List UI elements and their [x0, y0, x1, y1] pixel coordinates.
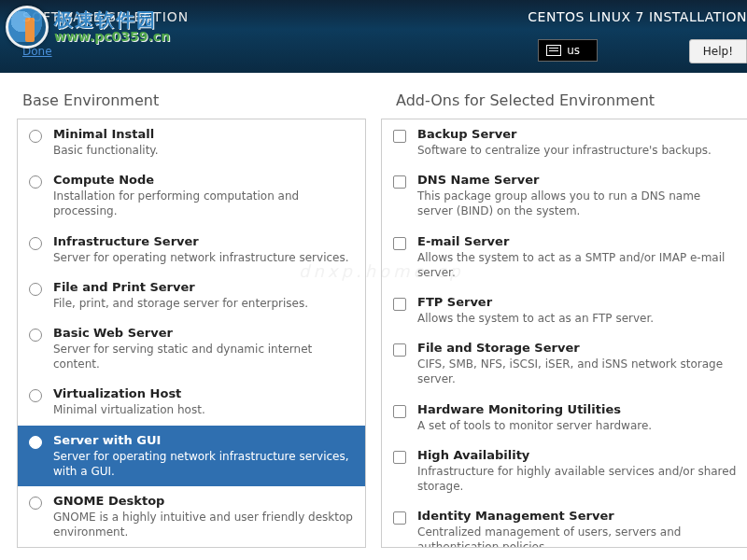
radio-icon [29, 329, 42, 342]
option-desc: Server for operating network infrastruct… [53, 250, 356, 265]
addons-heading: Add-Ons for Selected Environment [374, 91, 747, 119]
addon-option[interactable]: FTP ServerAllows the system to act as an… [382, 287, 747, 333]
option-desc: Installation for performing computation … [53, 189, 356, 218]
option-desc: GNOME is a highly intuitive and user fri… [53, 510, 356, 539]
keyboard-layout-label: us [567, 44, 580, 57]
base-env-heading: Base Environment [0, 91, 374, 119]
checkbox-icon [393, 237, 406, 250]
option-name: FTP Server [417, 295, 738, 309]
option-name: Infrastructure Server [53, 234, 356, 248]
option-desc: Server for operating network infrastruct… [53, 449, 356, 479]
base-env-option[interactable]: Server with GUIServer for operating netw… [18, 426, 365, 486]
option-desc: Software to centralize your infrastructu… [417, 143, 738, 158]
done-button[interactable]: Done [22, 45, 52, 58]
option-desc: Infrastructure for highly available serv… [417, 464, 738, 494]
option-desc: This package group allows you to run a D… [417, 189, 738, 218]
checkbox-icon [393, 298, 406, 311]
base-env-option[interactable]: Infrastructure ServerServer for operatin… [18, 227, 365, 273]
addon-option[interactable]: E-mail ServerAllows the system to act as… [382, 227, 747, 287]
checkbox-icon [393, 130, 406, 143]
option-desc: Centralized management of users, servers… [417, 525, 738, 548]
help-button[interactable]: Help! [689, 39, 747, 63]
option-name: Server with GUI [53, 433, 356, 447]
option-name: E-mail Server [417, 234, 738, 248]
keyboard-icon [546, 45, 561, 56]
option-name: Virtualization Host [53, 386, 356, 400]
base-env-option[interactable]: Compute NodeInstallation for performing … [18, 165, 365, 226]
addon-option[interactable]: High AvailabilityInfrastructure for high… [382, 441, 747, 501]
option-name: Identity Management Server [417, 509, 738, 523]
option-name: GNOME Desktop [53, 494, 356, 508]
checkbox-icon [393, 343, 406, 357]
radio-icon [29, 175, 42, 189]
checkbox-icon [393, 175, 406, 189]
option-name: Backup Server [417, 127, 738, 141]
header-bar: SOFTWARE SELECTION Done CENTOS LINUX 7 I… [0, 0, 747, 73]
radio-icon [29, 130, 42, 143]
option-name: Minimal Install [53, 127, 356, 141]
addon-option[interactable]: Hardware Monitoring UtilitiesA set of to… [382, 395, 747, 441]
option-name: Compute Node [53, 173, 356, 187]
base-env-option[interactable]: GNOME DesktopGNOME is a highly intuitive… [18, 486, 365, 547]
base-env-option[interactable]: Virtualization HostMinimal virtualizatio… [18, 379, 365, 425]
option-name: Basic Web Server [53, 326, 356, 340]
radio-icon [29, 237, 42, 250]
option-desc: Allows the system to act as an FTP serve… [417, 311, 738, 326]
option-name: Hardware Monitoring Utilities [417, 402, 738, 416]
option-desc: Allows the system to act as a SMTP and/o… [417, 250, 738, 280]
base-env-option[interactable]: File and Print ServerFile, print, and st… [18, 273, 365, 318]
radio-icon [29, 497, 42, 510]
option-desc: File, print, and storage server for ente… [53, 296, 356, 311]
option-desc: Minimal virtualization host. [53, 402, 356, 417]
radio-icon [29, 436, 42, 449]
option-name: DNS Name Server [417, 173, 738, 187]
checkbox-icon [393, 405, 406, 418]
radio-icon [29, 389, 42, 402]
addons-list[interactable]: Backup ServerSoftware to centralize your… [381, 119, 747, 548]
checkbox-icon [393, 511, 406, 525]
base-env-list[interactable]: Minimal InstallBasic functionality.Compu… [17, 119, 366, 548]
checkbox-icon [393, 451, 406, 464]
base-env-option[interactable]: Minimal InstallBasic functionality. [18, 119, 365, 165]
radio-icon [29, 283, 42, 296]
option-desc: CIFS, SMB, NFS, iSCSI, iSER, and iSNS ne… [417, 357, 738, 386]
keyboard-layout-button[interactable]: us [538, 39, 598, 62]
product-title: CENTOS LINUX 7 INSTALLATION [528, 9, 747, 24]
option-name: File and Storage Server [417, 341, 738, 355]
addon-option[interactable]: Identity Management ServerCentralized ma… [382, 501, 747, 548]
base-env-option[interactable]: KDE Plasma WorkspacesThe KDE Plasma Work… [18, 547, 365, 548]
option-desc: A set of tools to monitor server hardwar… [417, 418, 738, 433]
option-name: File and Print Server [53, 280, 356, 294]
option-desc: Server for serving static and dynamic in… [53, 342, 356, 371]
option-name: High Availability [417, 448, 738, 462]
base-env-option[interactable]: Basic Web ServerServer for serving stati… [18, 318, 365, 379]
addon-option[interactable]: Backup ServerSoftware to centralize your… [382, 119, 747, 165]
addon-option[interactable]: File and Storage ServerCIFS, SMB, NFS, i… [382, 333, 747, 394]
addon-option[interactable]: DNS Name ServerThis package group allows… [382, 165, 747, 226]
option-desc: Basic functionality. [53, 143, 356, 158]
